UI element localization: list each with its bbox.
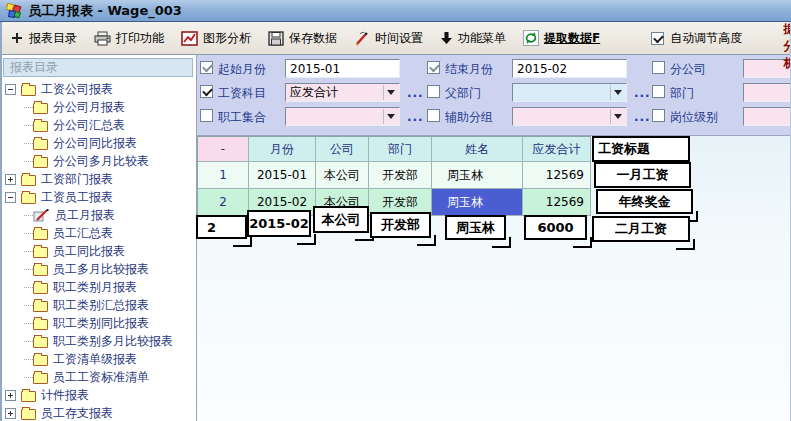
expand-icon[interactable] bbox=[5, 408, 16, 419]
tree-label: 员工工资标准清单 bbox=[53, 369, 149, 386]
edit-company-box[interactable]: 本公司 bbox=[313, 206, 369, 233]
tree-item-salary-list-report[interactable]: 工资清单级报表 bbox=[0, 350, 197, 368]
toolbar-label: 时间设置 bbox=[375, 30, 423, 47]
time-settings-button[interactable]: 时间设置 bbox=[354, 30, 423, 47]
tree-label: 员工同比报表 bbox=[53, 243, 125, 260]
tree-item-category-yoy[interactable]: 职工类别同比报表 bbox=[0, 314, 197, 332]
name-cell[interactable]: 周玉林 bbox=[432, 162, 523, 189]
tree-label: 分公司多月比较表 bbox=[53, 153, 149, 170]
post-level-checkbox[interactable] bbox=[652, 109, 665, 122]
edit-row-number-box[interactable]: 2 bbox=[196, 215, 247, 239]
edit-month-box[interactable]: 2015-02 bbox=[247, 210, 311, 237]
function-menu-button[interactable]: 功能菜单 bbox=[440, 30, 506, 47]
end-month-input[interactable] bbox=[512, 59, 627, 78]
folder-icon bbox=[33, 283, 48, 294]
post-level-input[interactable] bbox=[743, 107, 791, 126]
end-month-checkbox[interactable] bbox=[427, 61, 440, 74]
wage-item-label: 工资科目 bbox=[218, 85, 266, 102]
print-button[interactable]: 打印功能 bbox=[94, 30, 164, 47]
tree-item-piecework-reports[interactable]: 计件报表 bbox=[0, 386, 197, 404]
dept-label: 部门 bbox=[670, 85, 694, 102]
aux-group-checkbox[interactable] bbox=[427, 109, 440, 122]
checkbox-icon[interactable] bbox=[651, 32, 664, 45]
extract-data-button[interactable]: 提取数据F bbox=[523, 30, 600, 47]
tree-item-salary-dept-reports[interactable]: 工资部门报表 bbox=[0, 170, 197, 188]
tree-item-salary-standard-list[interactable]: 员工工资标准清单 bbox=[0, 368, 197, 386]
dept-cell[interactable]: 开发部 bbox=[369, 162, 432, 189]
edit-pencil-icon bbox=[33, 209, 50, 222]
branch-label: 分公司 bbox=[670, 61, 706, 78]
amount-cell[interactable]: 12569 bbox=[523, 162, 591, 189]
tree-item-category-multi-month[interactable]: 职工类别多月比较报表 bbox=[0, 332, 197, 350]
tree-label: 职工类别多月比较报表 bbox=[53, 333, 173, 350]
branch-checkbox[interactable] bbox=[652, 61, 665, 74]
tree-item-category-summary[interactable]: 职工类别汇总报表 bbox=[0, 296, 197, 314]
tree-item-branch-month-report[interactable]: 分公司月报表 bbox=[0, 98, 197, 116]
toolbar-label: 保存数据 bbox=[289, 30, 337, 47]
parent-dept-more-button[interactable]: ... bbox=[634, 86, 651, 100]
tree-label: 员工月报表 bbox=[55, 207, 115, 224]
report-catalog-sidebar: 报表目录 工资公司报表 分公司月报表 分公司汇总表 分公司同比报表 分公司多月比… bbox=[0, 55, 197, 421]
edit-dept-box[interactable]: 开发部 bbox=[370, 212, 431, 238]
auto-height-label: 自动调节高度 bbox=[670, 30, 742, 47]
folder-icon bbox=[33, 121, 48, 132]
tree-item-employee-yoy[interactable]: 员工同比报表 bbox=[0, 242, 197, 260]
folder-icon bbox=[33, 319, 48, 330]
tree-label: 职工类别月报表 bbox=[53, 279, 137, 296]
staff-set-select[interactable] bbox=[285, 107, 400, 126]
report-catalog-button[interactable]: 报表目录 bbox=[10, 30, 77, 47]
down-arrow-icon bbox=[440, 31, 453, 45]
title-bar: 员工月报表 - Wage_003 bbox=[0, 0, 791, 22]
collapse-icon[interactable] bbox=[5, 84, 16, 95]
parent-dept-label: 父部门 bbox=[445, 85, 481, 102]
tree-item-category-month[interactable]: 职工类别月报表 bbox=[0, 278, 197, 296]
folder-icon bbox=[33, 265, 48, 276]
row-number-cell[interactable]: 1 bbox=[198, 162, 249, 189]
tree-label: 计件报表 bbox=[41, 387, 89, 404]
collapse-icon[interactable] bbox=[5, 192, 16, 203]
month-cell[interactable]: 2015-01 bbox=[249, 162, 316, 189]
tree-item-branch-summary[interactable]: 分公司汇总表 bbox=[0, 116, 197, 134]
expand-icon[interactable] bbox=[5, 174, 16, 185]
sidebar-header: 报表目录 bbox=[3, 58, 193, 77]
expand-icon[interactable] bbox=[5, 390, 16, 401]
wage-item-select[interactable]: 应发合计 bbox=[285, 83, 400, 102]
dept-input[interactable] bbox=[743, 83, 791, 102]
chevron-down-icon[interactable] bbox=[387, 114, 395, 123]
parent-dept-select[interactable] bbox=[512, 83, 627, 102]
tree-item-branch-multi-month[interactable]: 分公司多月比较表 bbox=[0, 152, 197, 170]
tree-item-employee-summary[interactable]: 员工汇总表 bbox=[0, 224, 197, 242]
dropdown-separator bbox=[383, 109, 384, 124]
wage-item-more-button[interactable]: ... bbox=[407, 86, 424, 100]
aux-group-more-button[interactable]: ... bbox=[634, 110, 651, 124]
staff-set-more-button[interactable]: ... bbox=[407, 110, 424, 124]
tree-item-employee-deposit-reports[interactable]: 员工存支报表 bbox=[0, 404, 197, 421]
name-cell-selected[interactable]: 周玉林 bbox=[432, 189, 523, 216]
tree-item-salary-employee-reports[interactable]: 工资员工报表 bbox=[0, 188, 197, 206]
row-number-cell[interactable]: 2 bbox=[198, 189, 249, 216]
staff-set-checkbox[interactable] bbox=[200, 109, 213, 122]
parent-dept-checkbox[interactable] bbox=[427, 85, 440, 98]
wage-item-checkbox[interactable] bbox=[200, 85, 213, 98]
company-cell[interactable]: 本公司 bbox=[316, 162, 369, 189]
edit-amount-box[interactable]: 6000 bbox=[524, 215, 587, 240]
edit-name-box[interactable]: 周玉林 bbox=[445, 215, 506, 240]
chart-analysis-button[interactable]: 图形分析 bbox=[181, 30, 251, 47]
dept-checkbox[interactable] bbox=[652, 85, 665, 98]
start-month-input[interactable] bbox=[285, 59, 400, 78]
tree-item-employee-multi-month[interactable]: 员工多月比较报表 bbox=[0, 260, 197, 278]
column-header-index: - bbox=[198, 137, 249, 162]
amount-cell[interactable]: 12569 bbox=[523, 189, 591, 216]
tree-label: 员工汇总表 bbox=[53, 225, 113, 242]
chevron-down-icon[interactable] bbox=[614, 114, 622, 123]
save-data-button[interactable]: 保存数据 bbox=[268, 30, 337, 47]
auto-height-toggle[interactable]: 自动调节高度 bbox=[651, 30, 742, 47]
start-month-checkbox[interactable] bbox=[200, 61, 213, 74]
chevron-down-icon[interactable] bbox=[614, 90, 622, 99]
chevron-down-icon[interactable] bbox=[387, 90, 395, 99]
wage-title-label-february[interactable]: 二月工资 bbox=[592, 216, 690, 242]
tree-item-employee-month-report-selected[interactable]: 员工月报表 bbox=[0, 206, 197, 224]
tree-item-branch-yoy[interactable]: 分公司同比报表 bbox=[0, 134, 197, 152]
aux-group-select[interactable] bbox=[512, 107, 627, 126]
tree-item-salary-company-reports[interactable]: 工资公司报表 bbox=[0, 80, 197, 98]
